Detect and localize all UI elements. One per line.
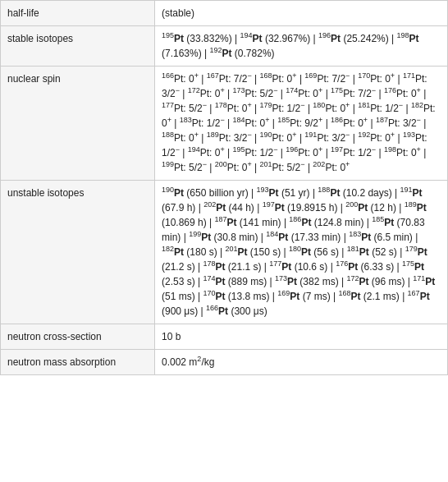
row-label: stable isotopes bbox=[1, 26, 155, 67]
table-row: nuclear spin166Pt: 0+ | 167Pt: 7/2− | 16… bbox=[1, 67, 448, 181]
row-label: neutron mass absorption bbox=[1, 350, 155, 375]
row-label: half-life bbox=[1, 1, 155, 26]
row-value: (stable) bbox=[155, 1, 448, 26]
table-row: half-life(stable) bbox=[1, 1, 448, 26]
row-label: nuclear spin bbox=[1, 67, 155, 181]
row-label: unstable isotopes bbox=[1, 181, 155, 324]
row-value: 195Pt (33.832%) | 194Pt (32.967%) | 196P… bbox=[155, 26, 448, 67]
properties-table: half-life(stable)stable isotopes195Pt (3… bbox=[0, 0, 448, 375]
table-row: unstable isotopes190Pt (650 billion yr) … bbox=[1, 181, 448, 324]
row-value: 0.002 m2/kg bbox=[155, 350, 448, 375]
table-row: neutron cross-section10 b bbox=[1, 324, 448, 350]
row-label: neutron cross-section bbox=[1, 324, 155, 350]
table-row: stable isotopes195Pt (33.832%) | 194Pt (… bbox=[1, 26, 448, 67]
row-value: 166Pt: 0+ | 167Pt: 7/2− | 168Pt: 0+ | 16… bbox=[155, 67, 448, 181]
table-row: neutron mass absorption0.002 m2/kg bbox=[1, 350, 448, 375]
row-value: 10 b bbox=[155, 324, 448, 350]
row-value: 190Pt (650 billion yr) | 193Pt (51 yr) |… bbox=[155, 181, 448, 324]
